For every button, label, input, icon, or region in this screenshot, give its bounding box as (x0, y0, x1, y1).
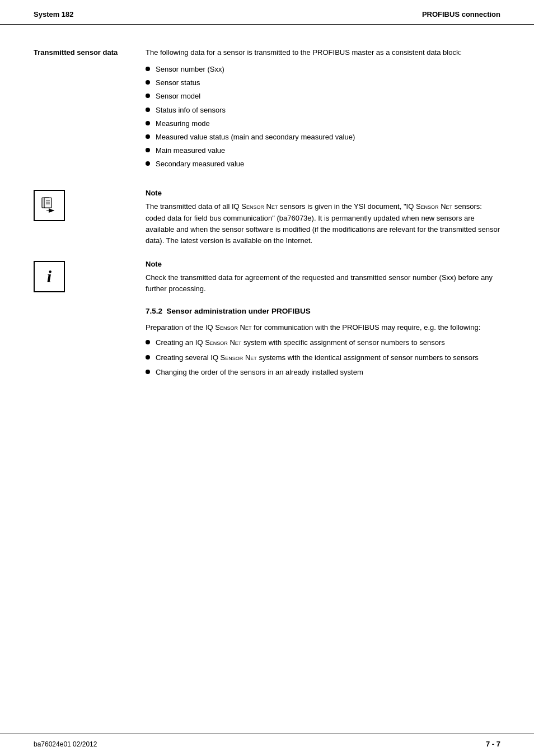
subsection-body: 7.5.2 Sensor administration under PROFIB… (146, 307, 500, 382)
subsection-bullet-list: Creating an IQ Sensor Net system with sp… (146, 337, 500, 377)
main-content: Transmitted sensor data The following da… (0, 25, 534, 426)
list-item: Secondary measured value (146, 158, 500, 170)
bullet-dot (146, 340, 150, 344)
bullet-text: Creating several IQ Sensor Net systems w… (156, 352, 479, 363)
bullet-text: Main measured value (156, 145, 225, 156)
page-container: System 182 PROFIBUS connection Transmitt… (0, 0, 534, 756)
bullet-dot (146, 94, 150, 98)
note1-text: The transmitted data of all IQ Sensor Ne… (146, 201, 500, 246)
bullet-text: Status info of sensors (156, 105, 226, 116)
list-item: Measured value status (main and secondar… (146, 132, 500, 143)
book-icon (39, 195, 60, 216)
footer-right: 7 - 7 (486, 740, 500, 748)
transmitted-sensor-section: Transmitted sensor data The following da… (34, 47, 500, 174)
list-item: Sensor number (Sxx) (146, 64, 500, 75)
header-left: System 182 (34, 10, 74, 18)
list-item: Sensor status (146, 77, 500, 88)
section-label-transmitted: Transmitted sensor data (34, 47, 146, 174)
info-icon: i (47, 267, 51, 286)
transmitted-bullet-list: Sensor number (Sxx) Sensor status Sensor… (146, 64, 500, 170)
list-item: Creating several IQ Sensor Net systems w… (146, 352, 500, 363)
bullet-text: Sensor number (Sxx) (156, 64, 224, 75)
note2-content: Note Check the transmitted data for agre… (146, 259, 500, 295)
bullet-text: Measuring mode (156, 118, 210, 129)
subsection-title: 7.5.2 Sensor administration under PROFIB… (146, 307, 500, 315)
note2-text: Check the transmitted data for agreement… (146, 272, 500, 295)
bullet-dot (146, 134, 150, 139)
note2-icon-box: i (34, 261, 65, 292)
bullet-dot (146, 148, 150, 152)
bullet-dot (146, 370, 150, 374)
header-right: PROFIBUS connection (422, 10, 500, 18)
list-item: Sensor model (146, 91, 500, 102)
page-header: System 182 PROFIBUS connection (0, 0, 534, 25)
list-item: Creating an IQ Sensor Net system with sp… (146, 337, 500, 348)
bullet-dot (146, 121, 150, 125)
transmitted-intro: The following data for a sensor is trans… (146, 47, 500, 58)
note1-content: Note The transmitted data of all IQ Sens… (146, 188, 500, 246)
note1-row: Note The transmitted data of all IQ Sens… (34, 188, 500, 246)
note1-icon-area (34, 188, 146, 246)
bullet-text: Sensor status (156, 77, 200, 88)
note2-icon-area: i (34, 259, 146, 295)
bullet-dot (146, 161, 150, 166)
bullet-text: Sensor model (156, 91, 200, 102)
subsection-intro: Preparation of the IQ Sensor Net for com… (146, 323, 500, 332)
list-item: Main measured value (146, 145, 500, 156)
note2-title: Note (146, 259, 500, 270)
list-item: Measuring mode (146, 118, 500, 129)
note2-row: i Note Check the transmitted data for ag… (34, 259, 500, 295)
bullet-text: Creating an IQ Sensor Net system with sp… (156, 337, 445, 348)
note1-title: Note (146, 188, 500, 199)
subsection-indent (34, 307, 146, 382)
svg-rect-6 (46, 211, 54, 211)
bullet-dot (146, 355, 150, 360)
bullet-dot (146, 67, 150, 71)
footer-left: ba76024e01 02/2012 (34, 740, 97, 748)
bullet-dot (146, 80, 150, 85)
list-item: Status info of sensors (146, 105, 500, 116)
section-content-transmitted: The following data for a sensor is trans… (146, 47, 500, 174)
bullet-dot (146, 108, 150, 112)
bullet-text: Changing the order of the sensors in an … (156, 367, 363, 378)
svg-rect-1 (44, 198, 51, 208)
subsection-752-row: 7.5.2 Sensor administration under PROFIB… (34, 307, 500, 382)
list-item: Changing the order of the sensors in an … (146, 367, 500, 378)
page-footer: ba76024e01 02/2012 7 - 7 (0, 734, 534, 756)
bullet-text: Measured value status (main and secondar… (156, 132, 355, 143)
note1-icon-box (34, 190, 65, 221)
bullet-text: Secondary measured value (156, 158, 244, 170)
